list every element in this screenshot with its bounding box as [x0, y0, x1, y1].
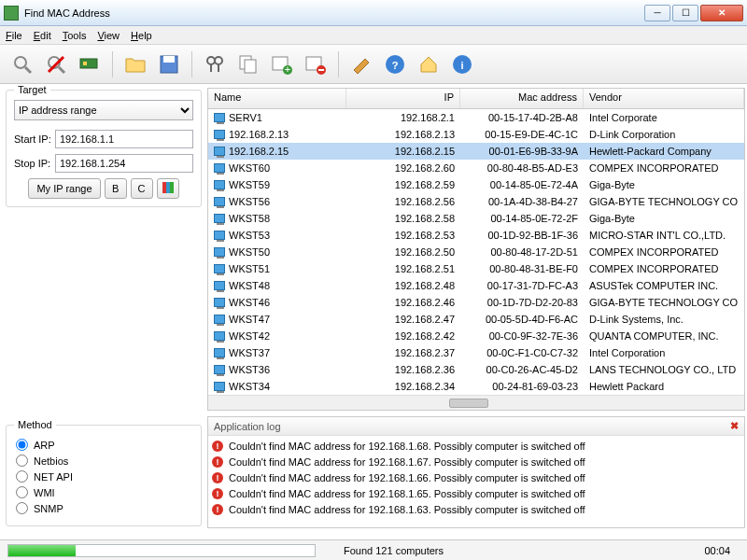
table-row[interactable]: WKST50192.168.2.5000-80-48-17-2D-51COMPE…	[208, 244, 744, 260]
table-row[interactable]: 192.168.2.13192.168.2.1300-15-E9-DE-4C-1…	[208, 126, 744, 143]
method-label: WMI	[34, 487, 55, 498]
menu-help[interactable]: Help	[131, 30, 152, 41]
error-icon: !	[212, 472, 223, 483]
column-ip[interactable]: IP	[346, 89, 460, 108]
table-row[interactable]: WKST60192.168.2.6000-80-48-B5-AD-E3COMPE…	[208, 160, 744, 176]
menu-bar: File Edit Tools View Help	[0, 26, 747, 45]
computer-icon	[214, 163, 225, 173]
horizontal-scrollbar[interactable]	[208, 395, 744, 410]
cell-mac: 00-80-48-17-2D-51	[460, 245, 584, 259]
target-type-select[interactable]: IP address range	[14, 100, 193, 120]
cell-ip: 192.168.2.59	[346, 178, 460, 191]
results-table: Name IP Mac address Vendor SERV1192.168.…	[207, 88, 745, 411]
table-row[interactable]: WKST37192.168.2.3700-0C-F1-C0-C7-32Intel…	[208, 344, 744, 361]
computer-icon	[214, 365, 225, 374]
cell-ip: 192.168.2.46	[346, 296, 460, 309]
cell-vendor: Hewlett Packard	[584, 380, 744, 393]
svg-rect-6	[83, 62, 87, 65]
table-row[interactable]: WKST36192.168.2.3600-C0-26-AC-45-D2LANS …	[208, 361, 744, 378]
cell-ip: 192.168.2.53	[346, 229, 460, 242]
copy-icon[interactable]	[233, 49, 263, 79]
cell-name: WKST47	[229, 314, 270, 325]
cell-ip: 192.168.2.42	[346, 329, 460, 343]
column-vendor[interactable]: Vendor	[584, 89, 744, 108]
cell-name: 192.168.2.15	[229, 146, 289, 157]
cell-vendor: GIGA-BYTE TECHNOLOGY CO	[584, 195, 744, 208]
menu-tools[interactable]: Tools	[63, 30, 87, 41]
cell-vendor: MICRO-STAR INT'L CO.,LTD.	[584, 229, 744, 242]
column-mac[interactable]: Mac address	[460, 89, 584, 108]
computer-icon	[214, 113, 225, 122]
table-row[interactable]: WKST48192.168.2.4800-17-31-7D-FC-A3ASUST…	[208, 277, 744, 294]
add-row-icon[interactable]: +	[267, 49, 297, 79]
cell-vendor: QUANTA COMPUTER, INC.	[584, 329, 744, 343]
class-c-button[interactable]: C	[131, 178, 153, 199]
table-row[interactable]: WKST34192.168.2.3400-24-81-69-03-23Hewle…	[208, 378, 744, 395]
close-log-icon[interactable]: ✖	[730, 420, 739, 432]
nic-icon[interactable]	[75, 49, 105, 79]
table-row[interactable]: WKST59192.168.2.5900-14-85-0E-72-4AGiga-…	[208, 176, 744, 193]
close-button[interactable]: ✕	[700, 5, 743, 21]
delete-row-icon[interactable]	[301, 49, 331, 79]
minimize-button[interactable]: ─	[644, 5, 670, 21]
log-entry: !Couldn't find MAC address for 192.168.1…	[212, 501, 740, 517]
method-radio[interactable]	[16, 439, 28, 451]
cell-ip: 192.168.2.34	[346, 380, 460, 393]
scan-icon[interactable]	[7, 49, 37, 79]
table-row[interactable]: WKST46192.168.2.4600-1D-7D-D2-20-83GIGA-…	[208, 294, 744, 311]
range-options-button[interactable]	[157, 178, 179, 199]
log-entry: !Couldn't find MAC address for 192.168.1…	[212, 454, 740, 469]
method-radio[interactable]	[16, 486, 28, 498]
method-radio[interactable]	[16, 502, 28, 514]
home-icon[interactable]	[414, 49, 444, 79]
method-option-arp[interactable]: ARP	[16, 439, 191, 451]
cell-vendor: Hewlett-Packard Company	[584, 145, 744, 158]
start-ip-input[interactable]	[55, 130, 193, 148]
my-ip-range-button[interactable]: My IP range	[28, 178, 100, 199]
cell-vendor: COMPEX INCORPORATED	[584, 245, 744, 259]
cell-vendor: COMPEX INCORPORATED	[584, 161, 744, 175]
cell-name: WKST53	[229, 230, 270, 241]
method-radio[interactable]	[16, 455, 28, 467]
cell-vendor: COMPEX INCORPORATED	[584, 262, 744, 275]
cancel-scan-icon[interactable]	[41, 49, 71, 79]
svg-rect-20	[318, 69, 324, 71]
help-icon[interactable]: ?	[380, 49, 410, 79]
table-row[interactable]: WKST47192.168.2.4700-05-5D-4D-F6-ACD-Lin…	[208, 311, 744, 328]
method-radio[interactable]	[16, 470, 28, 483]
cell-ip: 192.168.2.56	[346, 195, 460, 208]
table-row[interactable]: WKST42192.168.2.4200-C0-9F-32-7E-36QUANT…	[208, 328, 744, 344]
method-option-net-api[interactable]: NET API	[16, 470, 191, 483]
cell-mac: 00-14-85-0E-72-2F	[460, 212, 584, 225]
table-row[interactable]: SERV1192.168.2.100-15-17-4D-2B-A8Intel C…	[208, 109, 744, 126]
computer-icon	[214, 214, 225, 223]
table-row[interactable]: WKST53192.168.2.5300-1D-92-BB-1F-36MICRO…	[208, 227, 744, 244]
toolbar: + ? i	[0, 45, 747, 84]
find-icon[interactable]	[200, 49, 230, 79]
menu-view[interactable]: View	[97, 30, 120, 41]
method-option-wmi[interactable]: WMI	[16, 486, 191, 498]
menu-file[interactable]: File	[6, 30, 22, 41]
table-row[interactable]: WKST56192.168.2.5600-1A-4D-38-B4-27GIGA-…	[208, 193, 744, 210]
column-name[interactable]: Name	[208, 89, 346, 108]
svg-rect-5	[80, 59, 97, 68]
info-icon[interactable]: i	[447, 49, 477, 79]
cell-mac: 00-24-81-69-03-23	[460, 380, 584, 393]
method-option-snmp[interactable]: SNMP	[16, 502, 191, 514]
menu-edit[interactable]: Edit	[34, 30, 51, 41]
method-option-netbios[interactable]: Netbios	[16, 455, 191, 467]
cell-name: WKST48	[229, 280, 270, 291]
table-header: Name IP Mac address Vendor	[208, 89, 744, 109]
table-row[interactable]: WKST51192.168.2.5100-80-48-31-BE-F0COMPE…	[208, 260, 744, 277]
maximize-button[interactable]: ☐	[672, 5, 698, 21]
save-icon[interactable]	[154, 49, 184, 79]
class-b-button[interactable]: B	[105, 178, 127, 199]
computer-icon	[214, 247, 225, 257]
status-time: 00:04	[704, 545, 730, 556]
options-icon[interactable]	[346, 49, 376, 79]
log-text: Couldn't find MAC address for 192.168.1.…	[229, 488, 585, 499]
table-row[interactable]: 192.168.2.15192.168.2.1500-01-E6-9B-33-9…	[208, 143, 744, 160]
open-icon[interactable]	[120, 49, 150, 79]
table-row[interactable]: WKST58192.168.2.5800-14-85-0E-72-2FGiga-…	[208, 210, 744, 227]
stop-ip-input[interactable]	[55, 154, 193, 173]
